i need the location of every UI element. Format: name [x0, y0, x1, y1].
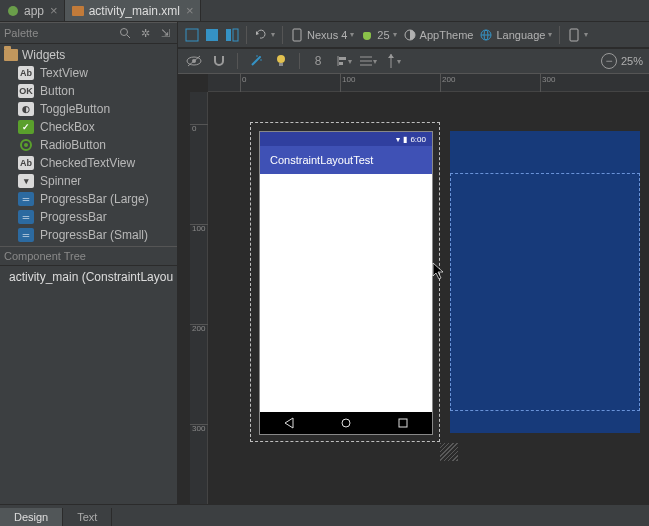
widget-label: ToggleButton	[40, 102, 110, 116]
svg-rect-27	[279, 63, 283, 66]
ruler-vertical: 0 100 200 300	[190, 92, 208, 504]
folder-label: Widgets	[22, 48, 65, 62]
svg-point-23	[259, 56, 261, 58]
bulb-icon[interactable]	[271, 51, 291, 71]
ruler-horizontal: 0 100 200 300	[208, 74, 649, 92]
svg-rect-18	[570, 29, 578, 41]
file-tabs: app × activity_main.xml ×	[0, 0, 649, 22]
view-mode-both-icon[interactable]	[222, 25, 242, 45]
ruler-tick-label: 0	[242, 75, 246, 84]
gear-icon[interactable]: ✲	[137, 25, 153, 41]
device-dropdown[interactable]: Nexus 4 ▾	[287, 28, 357, 42]
design-toolbar-2: 8 ▾ ▾ ▾ − 25%	[178, 48, 649, 74]
default-margin-value: 8	[315, 54, 322, 68]
magnet-icon[interactable]	[209, 51, 229, 71]
xml-icon	[71, 4, 85, 18]
svg-point-26	[277, 55, 285, 63]
close-icon[interactable]: ×	[186, 3, 194, 18]
locale-label: Language	[496, 29, 545, 41]
resize-grip-icon[interactable]	[440, 443, 458, 461]
svg-rect-11	[293, 29, 301, 41]
rotate-icon	[254, 28, 268, 42]
design-canvas[interactable]: 0 100 200 300 0 100 200 300 ▾ ▮	[178, 74, 649, 504]
design-surface[interactable]: ▾ ▮ 6:00 ConstraintLayoutTest	[208, 92, 649, 504]
pack-icon[interactable]: ▾	[358, 51, 378, 71]
widget-spinner[interactable]: ▾ Spinner	[0, 172, 177, 190]
component-tree-header: Component Tree	[0, 246, 177, 266]
nav-back-icon	[283, 417, 295, 429]
device-icon	[290, 28, 304, 42]
tab-label: Text	[77, 511, 97, 523]
blueprint-preview[interactable]	[450, 131, 640, 433]
svg-point-5	[24, 143, 28, 147]
orientation-dropdown[interactable]: ▾	[251, 28, 278, 42]
tab-design[interactable]: Design	[0, 508, 63, 526]
file-tab-app[interactable]: app ×	[0, 0, 65, 21]
gradle-icon	[6, 4, 20, 18]
widget-label: ProgressBar	[40, 210, 107, 224]
device-icon	[567, 28, 581, 42]
folder-icon	[4, 49, 18, 61]
widget-togglebutton[interactable]: ◐ ToggleButton	[0, 100, 177, 118]
widget-radiobutton[interactable]: RadioButton	[0, 136, 177, 154]
search-icon[interactable]	[117, 25, 133, 41]
default-margin-field[interactable]: 8	[308, 51, 328, 71]
svg-line-3	[127, 35, 130, 38]
svg-rect-6	[186, 29, 198, 41]
nav-home-icon	[340, 417, 352, 429]
widget-button[interactable]: OK Button	[0, 82, 177, 100]
widget-progressbar-small[interactable]: ═ ProgressBar (Small)	[0, 226, 177, 244]
wand-icon[interactable]	[246, 51, 266, 71]
svg-marker-36	[285, 418, 293, 428]
tab-label: Design	[14, 511, 48, 523]
svg-rect-29	[339, 57, 346, 60]
zoom-label: 25%	[621, 55, 643, 67]
zoom-control[interactable]: − 25%	[601, 53, 643, 69]
svg-marker-35	[388, 54, 394, 58]
widget-checkedtextview[interactable]: Ab CheckedTextView	[0, 154, 177, 172]
widget-progressbar[interactable]: ═ ProgressBar	[0, 208, 177, 226]
file-tab-activity-main[interactable]: activity_main.xml ×	[65, 0, 201, 21]
widget-progressbar-large[interactable]: ═ ProgressBar (Large)	[0, 190, 177, 208]
api-dropdown[interactable]: 25 ▾	[357, 28, 399, 42]
variant-dropdown[interactable]: ▾	[564, 28, 591, 42]
editor-mode-tabs: Design Text	[0, 504, 649, 526]
close-icon[interactable]: ×	[50, 3, 58, 18]
locale-dropdown[interactable]: Language ▾	[476, 28, 555, 42]
component-tree-root[interactable]: activity_main (ConstraintLayout)	[4, 270, 173, 284]
blueprint-content-bounds	[450, 173, 640, 411]
tab-text[interactable]: Text	[63, 508, 112, 526]
view-options-icon[interactable]: ⇲	[157, 25, 173, 41]
view-mode-blueprint-icon[interactable]	[202, 25, 222, 45]
device-label: Nexus 4	[307, 29, 347, 41]
button-icon: OK	[18, 84, 34, 98]
file-tab-label: activity_main.xml	[89, 4, 180, 18]
toggle-icon: ◐	[18, 102, 34, 116]
app-title: ConstraintLayoutTest	[270, 154, 373, 166]
theme-dropdown[interactable]: AppTheme	[400, 28, 477, 42]
guidelines-icon[interactable]: ▾	[383, 51, 403, 71]
globe-icon	[479, 28, 493, 42]
zoom-out-icon[interactable]: −	[601, 53, 617, 69]
align-icon[interactable]: ▾	[333, 51, 353, 71]
api-label: 25	[377, 29, 389, 41]
component-tree-body: activity_main (ConstraintLayout)	[0, 266, 177, 504]
widget-checkbox[interactable]: ✓ CheckBox	[0, 118, 177, 136]
palette-body: Widgets Ab TextView OK Button ◐ ToggleBu…	[0, 44, 177, 246]
palette-header: Palette ✲ ⇲	[0, 22, 177, 44]
svg-rect-7	[206, 29, 218, 41]
component-tree-root-label: activity_main (ConstraintLayout)	[9, 270, 173, 284]
content-area[interactable]	[260, 174, 432, 412]
view-mode-design-icon[interactable]	[182, 25, 202, 45]
palette-folder-widgets[interactable]: Widgets	[0, 46, 177, 64]
progress-icon: ═	[18, 228, 34, 242]
ruler-tick-label: 200	[442, 75, 455, 84]
svg-point-25	[260, 59, 262, 61]
device-preview[interactable]: ▾ ▮ 6:00 ConstraintLayoutTest	[260, 132, 432, 434]
device-bounds[interactable]: ▾ ▮ 6:00 ConstraintLayoutTest	[250, 122, 440, 442]
widget-label: Spinner	[40, 174, 81, 188]
eye-icon[interactable]	[184, 51, 204, 71]
widget-textview[interactable]: Ab TextView	[0, 64, 177, 82]
svg-rect-8	[226, 29, 231, 41]
widget-label: TextView	[40, 66, 88, 80]
